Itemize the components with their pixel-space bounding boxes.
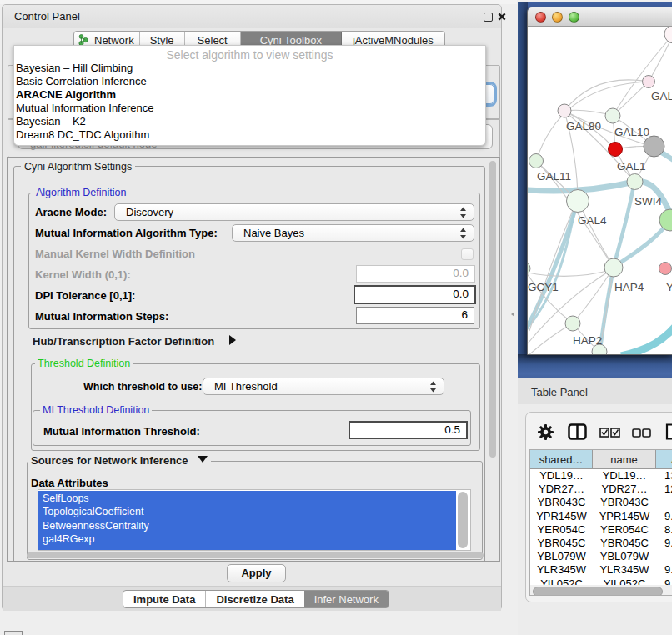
svg-text:GAL11: GAL11 xyxy=(537,170,571,182)
svg-text:GAL7: GAL7 xyxy=(651,90,672,102)
svg-text:YJL..: YJL.. xyxy=(666,281,672,293)
svg-text:GCY1: GCY1 xyxy=(528,281,559,293)
svg-text:GAL4: GAL4 xyxy=(578,214,607,227)
svg-text:GAL1: GAL1 xyxy=(617,160,646,172)
svg-text:HAP4: HAP4 xyxy=(614,281,644,293)
svg-text:SWI4: SWI4 xyxy=(634,195,662,208)
svg-text:GAL10: GAL10 xyxy=(614,126,649,138)
svg-text:HAP2: HAP2 xyxy=(573,334,602,347)
svg-text:GAL80: GAL80 xyxy=(566,120,601,132)
